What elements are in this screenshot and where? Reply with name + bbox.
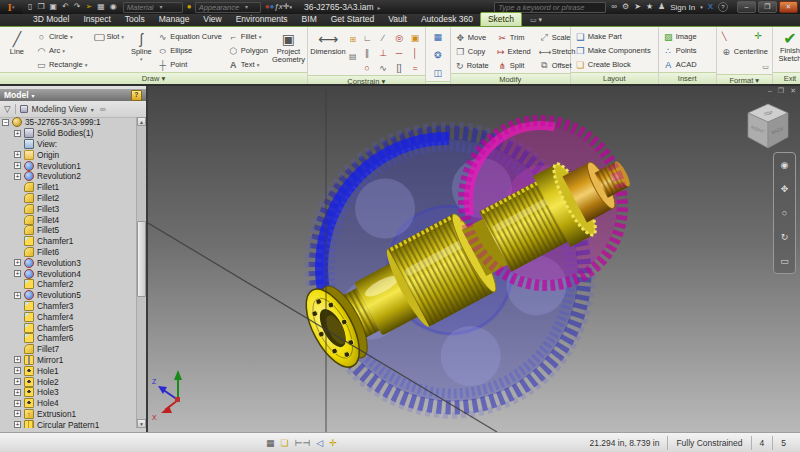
undo-icon[interactable]: ↶	[62, 2, 69, 12]
application-menu-button[interactable]: I ▾	[0, 0, 22, 14]
collinear-constraint-button[interactable]: ∕	[376, 31, 391, 45]
tree-expander-icon[interactable]: +	[14, 421, 21, 428]
measure-icon[interactable]: ✛	[283, 2, 290, 12]
tab-vault[interactable]: Vault	[381, 13, 414, 26]
tree-item-fillet2[interactable]: +Fillet2	[0, 193, 136, 204]
circle-button[interactable]: ○Circle▾	[34, 30, 90, 43]
doc-restore-button[interactable]: ❒	[778, 87, 784, 95]
capture-icon[interactable]: ▦	[97, 2, 105, 12]
parameters-fx-icon[interactable]: ƒx	[274, 2, 282, 12]
save-icon[interactable]: ▣	[50, 2, 58, 12]
tree-item-chamfer5[interactable]: +Chamfer5	[0, 322, 136, 333]
rectangle-button[interactable]: ▭Rectangle▾	[34, 58, 90, 71]
rotate-button[interactable]: ↻Rotate	[453, 59, 491, 72]
perpendicular-constraint-button[interactable]: ⊥	[376, 46, 391, 60]
tree-item-fillet4[interactable]: +Fillet4	[0, 214, 136, 225]
browser-header[interactable]: Model▾ ?	[0, 89, 146, 101]
centerline-button[interactable]: ⊕ Centerline	[719, 45, 770, 58]
fillet-button[interactable]: ⌐Fillet▾	[226, 30, 270, 43]
tab-view[interactable]: View	[196, 13, 228, 26]
tree-item-35-j2765-3a3-999-1[interactable]: −35-J2765-3A3-999:1	[0, 117, 136, 128]
copy-button[interactable]: ❐Copy	[453, 45, 491, 58]
tree-item-mirror1[interactable]: +Mirror1	[0, 355, 136, 366]
iproperties-icon[interactable]: ◉	[110, 2, 117, 12]
zoom-icon[interactable]: ○	[782, 208, 787, 218]
scroll-up-arrow[interactable]: ▲	[137, 117, 146, 126]
make-part-button[interactable]: ❑Make Part	[573, 30, 656, 43]
tree-item-fillet7[interactable]: +Fillet7	[0, 344, 136, 355]
help-icon[interactable]: ?	[718, 2, 728, 12]
view-cube[interactable]: TOP RIGHT BACK	[742, 98, 794, 154]
arc-button[interactable]: ◠Arc▾	[34, 44, 90, 57]
tree-item-revolution5[interactable]: +Revolution5	[0, 290, 136, 301]
redo-icon[interactable]: ↷	[74, 2, 81, 12]
tree-expander-icon[interactable]: +	[14, 259, 21, 266]
polygon-button[interactable]: ⬡Polygon	[226, 44, 270, 57]
panel-label-format[interactable]: Format ▾	[717, 74, 772, 84]
auto-dimension-icon[interactable]: ⊞	[348, 32, 358, 47]
pan-icon[interactable]: ✥	[781, 184, 789, 194]
tab-get-started[interactable]: Get Started	[324, 13, 381, 26]
appearance-ball-icon[interactable]: ●	[187, 2, 192, 12]
create-block-button[interactable]: ❏Create Block	[573, 58, 656, 71]
tree-expander-icon[interactable]: +	[14, 367, 21, 374]
favorites-icon[interactable]: ★	[646, 2, 653, 12]
tree-item-extrusion1[interactable]: +Extrusion1	[0, 409, 136, 420]
tree-item-fillet5[interactable]: +Fillet5	[0, 225, 136, 236]
minimize-button[interactable]: –	[737, 1, 756, 13]
text-button[interactable]: AText▾	[226, 58, 270, 71]
scale-button[interactable]: ⤢Scale	[537, 31, 575, 44]
search-input[interactable]	[494, 2, 606, 13]
tree-item-solid-bodies-1[interactable]: +Solid Bodies(1)	[0, 128, 136, 139]
orbit-icon[interactable]: ↻	[781, 232, 789, 242]
ellipse-button[interactable]: ○Ellipse	[155, 44, 224, 57]
tree-item-view[interactable]: +View:	[0, 139, 136, 150]
line-button[interactable]: ╱ Line	[2, 29, 32, 56]
tab-sketch[interactable]: Sketch	[480, 12, 522, 26]
close-button[interactable]: ✕	[779, 1, 798, 13]
parallel-constraint-button[interactable]: ∥	[360, 46, 375, 60]
tree-expander-icon[interactable]: −	[2, 119, 9, 126]
tree-expander-icon[interactable]: +	[14, 356, 21, 363]
tree-item-chamfer4[interactable]: +Chamfer4	[0, 311, 136, 322]
precise-input-icon[interactable]: ▦	[266, 438, 275, 448]
tree-item-chamfer6[interactable]: +Chamfer6	[0, 333, 136, 344]
tree-item-fillet6[interactable]: +Fillet6	[0, 247, 136, 258]
chevron-down-icon[interactable]: ▾	[700, 2, 703, 12]
tree-item-hole2[interactable]: +Hole2	[0, 376, 136, 387]
panel-label-constrain[interactable]: Constrain ▾	[308, 75, 425, 84]
fix-constraint-button[interactable]: ▣	[408, 31, 423, 45]
tree-item-revolution2[interactable]: +Revolution2	[0, 171, 136, 182]
tab-manage[interactable]: Manage	[152, 13, 197, 26]
slot-button[interactable]: ▢Slot▾	[91, 30, 127, 43]
rectangular-pattern-icon[interactable]: ▦	[432, 30, 443, 45]
tree-item-revolution3[interactable]: +Revolution3	[0, 257, 136, 268]
mirror-pattern-icon[interactable]: ◫	[432, 66, 443, 81]
filter-icon[interactable]: ▽	[4, 104, 11, 114]
point-button[interactable]: ┼Point	[155, 58, 224, 71]
spline-button[interactable]: ʃ Spline ▾	[130, 29, 154, 62]
qat-customize-icon[interactable]: ▾	[289, 2, 292, 12]
make-components-button[interactable]: ❒Make Components	[573, 44, 656, 57]
view-mode-select[interactable]: Modeling View	[32, 104, 87, 114]
tree-expander-icon[interactable]: +	[14, 151, 21, 158]
construction-line-icon[interactable]: ╲	[721, 29, 728, 44]
tree-expander-icon[interactable]: +	[14, 270, 21, 277]
tree-item-chamfer2[interactable]: +Chamfer2	[0, 279, 136, 290]
wrench-icon[interactable]: ⚙	[622, 2, 629, 12]
trim-button[interactable]: ✂Trim	[495, 31, 533, 44]
tab-bim[interactable]: BIM	[295, 13, 324, 26]
tree-item-chamfer1[interactable]: +Chamfer1	[0, 236, 136, 247]
send-icon[interactable]: ➤	[634, 2, 641, 12]
tree-expander-icon[interactable]: +	[14, 378, 21, 385]
tab-3d-model[interactable]: 3D Model	[26, 13, 76, 26]
tab-inspect[interactable]: Inspect	[76, 13, 117, 26]
tree-item-circular-pattern1[interactable]: +Circular Pattern1	[0, 419, 136, 428]
equation-curve-button[interactable]: ∿Equation Curve	[155, 30, 224, 43]
tangent-constraint-button[interactable]: ○	[360, 61, 375, 75]
tree-expander-icon[interactable]: +	[14, 400, 21, 407]
graphics-viewport[interactable]: Z X – ❒ ✕ TOP RIGHT BACK ◉✥○↻▭	[148, 86, 800, 432]
tree-expander-icon[interactable]: +	[14, 173, 21, 180]
person-icon[interactable]: ♟	[658, 2, 665, 12]
move-button[interactable]: ✥Move	[453, 31, 491, 44]
